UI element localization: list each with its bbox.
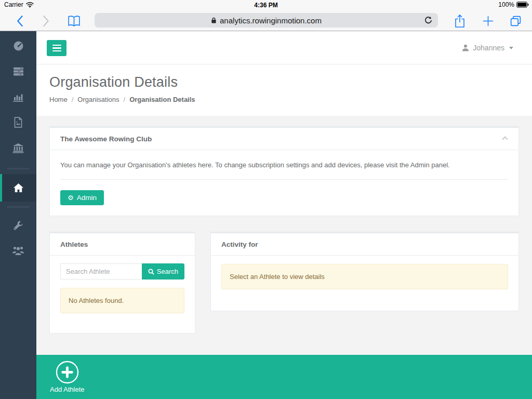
- new-tab-button[interactable]: [480, 10, 496, 31]
- breadcrumb-home-link[interactable]: Home: [49, 96, 68, 103]
- chevron-up-icon: [502, 136, 508, 140]
- athlete-search-group: Search: [60, 263, 184, 280]
- page-content: The Awesome Rowing Club You can manage y…: [36, 116, 532, 355]
- safari-toolbar: analytics.rowinginmotion.com: [0, 10, 532, 31]
- user-icon: [462, 44, 469, 51]
- breadcrumb-separator: /: [72, 96, 74, 103]
- back-button[interactable]: [14, 10, 26, 31]
- breadcrumb-organisations-link[interactable]: Organisations: [77, 96, 119, 103]
- breadcrumb: Home / Organisations / Organisation Deta…: [49, 96, 532, 103]
- admin-button[interactable]: ⚙ Admin: [60, 190, 104, 205]
- user-menu[interactable]: Johannes: [462, 31, 513, 64]
- organisation-panel-header: The Awesome Rowing Club: [50, 128, 518, 150]
- share-button[interactable]: [451, 10, 469, 31]
- tabs-button[interactable]: [507, 10, 524, 31]
- add-athlete-button[interactable]: Add Athlete: [50, 361, 85, 393]
- ipad-screen: Carrier 4:36 PM 100%: [0, 0, 532, 399]
- dashboard-icon: [13, 41, 24, 51]
- plus-circle-icon: [56, 361, 79, 384]
- sidebar-item-reports[interactable]: [0, 84, 36, 110]
- organisation-panel-body: You can manage your Organisation's athle…: [50, 150, 518, 216]
- status-bar: Carrier 4:36 PM 100%: [0, 0, 532, 10]
- sidebar-item-dashboard[interactable]: [0, 33, 36, 59]
- back-chevron-icon: [17, 16, 23, 26]
- athletes-panel: Athletes Search No Athletes found.: [49, 232, 195, 334]
- sidebar-item-home[interactable]: [0, 174, 36, 202]
- home-icon: [13, 183, 24, 193]
- bank-icon: [12, 143, 24, 153]
- sidebar-item-settings[interactable]: [0, 212, 36, 238]
- activity-panel-header: Activity for: [211, 233, 518, 256]
- file-image-icon: [14, 117, 23, 128]
- sidebar-divider: [7, 206, 30, 208]
- search-button[interactable]: Search: [142, 263, 184, 280]
- page-heading: Organisation Details Home / Organisation…: [36, 65, 532, 116]
- sidebar-nav: [0, 31, 36, 399]
- app-footer: Add Athlete: [36, 355, 532, 399]
- gear-icon: ⚙: [68, 194, 74, 201]
- bookmarks-book-icon: [67, 15, 81, 27]
- athletes-panel-body: Search No Athletes found.: [50, 256, 195, 333]
- sidebar-divider: [7, 168, 30, 169]
- hamburger-icon: [52, 45, 61, 46]
- url-text: analytics.rowinginmotion.com: [220, 16, 322, 25]
- activity-panel-title: Activity for: [221, 241, 258, 248]
- panel-row: Athletes Search No Athletes found.: [49, 232, 519, 334]
- reload-button[interactable]: [424, 16, 433, 25]
- users-icon: [12, 246, 24, 256]
- battery-icon: [516, 2, 529, 8]
- add-athlete-label: Add Athlete: [50, 385, 85, 393]
- search-button-label: Search: [157, 268, 178, 275]
- menu-toggle-button[interactable]: [47, 40, 66, 56]
- collapse-panel-button[interactable]: [501, 135, 509, 141]
- app-topbar: Johannes: [36, 31, 532, 64]
- sidebar-item-users[interactable]: [0, 238, 36, 263]
- wrench-icon: [13, 220, 23, 231]
- select-athlete-alert: Select an Athlete to view details: [221, 264, 508, 289]
- tabs-icon: [509, 15, 522, 28]
- sidebar-item-organisation[interactable]: [0, 135, 36, 161]
- lock-icon: [211, 17, 217, 24]
- no-athletes-alert: No Athletes found.: [60, 288, 184, 313]
- plus-icon: [483, 16, 494, 26]
- address-bar[interactable]: analytics.rowinginmotion.com: [95, 13, 438, 28]
- breadcrumb-current: Organisation Details: [129, 96, 195, 103]
- activity-panel-body: Select an Athlete to view details: [211, 256, 518, 311]
- organisation-description: You can manage your Organisation's athle…: [60, 161, 508, 170]
- search-athlete-input[interactable]: [60, 263, 142, 280]
- battery-percent: 100%: [498, 1, 514, 8]
- athletes-panel-header: Athletes: [50, 233, 195, 256]
- bookmarks-button[interactable]: [65, 10, 82, 31]
- share-icon: [454, 14, 466, 28]
- clock: 4:36 PM: [0, 2, 532, 9]
- sidebar-item-tasks[interactable]: [0, 59, 36, 84]
- bar-chart-icon: [12, 92, 24, 102]
- divider: [60, 179, 508, 180]
- caret-down-icon: [509, 47, 513, 49]
- user-name: Johannes: [473, 44, 504, 52]
- search-icon: [148, 269, 154, 275]
- athletes-panel-title: Athletes: [60, 241, 88, 248]
- organisation-panel: The Awesome Rowing Club You can manage y…: [49, 126, 519, 216]
- page-title: Organisation Details: [49, 74, 532, 90]
- forward-chevron-icon: [43, 16, 49, 26]
- tasks-icon: [13, 66, 24, 76]
- reload-icon: [424, 16, 433, 25]
- admin-button-label: Admin: [77, 194, 97, 202]
- activity-panel: Activity for Select an Athlete to view d…: [210, 232, 519, 311]
- sidebar-item-media[interactable]: [0, 110, 36, 135]
- breadcrumb-separator: /: [124, 96, 126, 103]
- browser-chrome: Carrier 4:36 PM 100%: [0, 0, 532, 31]
- forward-button[interactable]: [39, 10, 52, 31]
- organisation-name: The Awesome Rowing Club: [60, 135, 152, 143]
